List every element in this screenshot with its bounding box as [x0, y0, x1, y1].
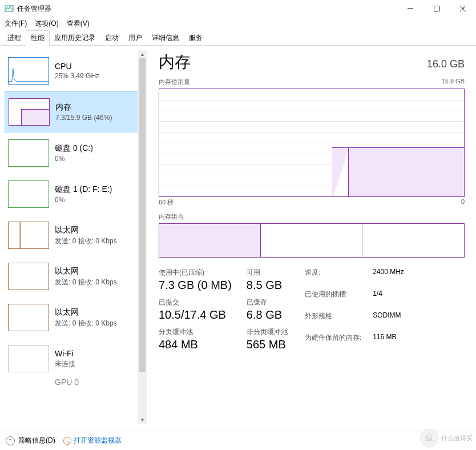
- scroll-down-icon[interactable]: ▼: [138, 416, 147, 424]
- window-controls: [397, 0, 476, 17]
- scroll-thumb[interactable]: [139, 58, 146, 372]
- usage-chart-max: 15.9 GB: [442, 78, 465, 86]
- sidebar-item-cpu[interactable]: CPU 25% 3.49 GHz: [5, 50, 147, 91]
- spec-reserved-key: 为硬件保留的内存:: [305, 333, 361, 351]
- window-title: 任务管理器: [17, 4, 51, 14]
- memory-slot: [363, 224, 464, 257]
- spec-form-val: SODIMM: [373, 311, 404, 330]
- tab-performance[interactable]: 性能: [26, 30, 50, 46]
- resource-monitor-icon: [63, 437, 71, 445]
- sidebar: CPU 25% 3.49 GHz 内存 7.3/15.9 GB (46%) 磁盘…: [0, 46, 147, 428]
- stat-paged-label: 分页缓冲池: [159, 327, 232, 337]
- svg-rect-2: [434, 6, 439, 11]
- stat-in-use-label: 使用中(已压缩): [159, 268, 232, 278]
- chevron-up-icon: ⌃: [6, 436, 15, 445]
- disk-thumb-icon: [8, 180, 49, 208]
- spec-slots-key: 已使用的插槽:: [305, 290, 361, 308]
- spec-speed-key: 速度:: [305, 268, 361, 286]
- spec-reserved-val: 116 MB: [373, 333, 404, 351]
- tab-strip: 进程 性能 应用历史记录 启动 用户 详细信息 服务: [0, 32, 476, 46]
- slots-label: 内存组合: [159, 212, 465, 221]
- sidebar-item-gpu[interactable]: GPU 0: [5, 379, 147, 391]
- ethernet-thumb-icon: [8, 304, 49, 331]
- sidebar-item-disk0[interactable]: 磁盘 0 (C:) 0%: [5, 132, 147, 174]
- sidebar-item-ethernet-0[interactable]: 以太网 发送: 0 接收: 0 Kbps: [5, 215, 147, 256]
- spec-form-key: 外形规格:: [305, 311, 361, 330]
- title-bar: 任务管理器: [0, 0, 476, 17]
- sidebar-item-memory[interactable]: 内存 7.3/15.9 GB (46%): [5, 91, 147, 132]
- menu-options[interactable]: 选项(O): [35, 19, 58, 29]
- gpu-thumb-icon: [8, 379, 49, 385]
- memory-usage-chart[interactable]: [159, 89, 465, 197]
- disk-thumb-icon: [8, 139, 49, 167]
- stat-available-value: 8.5 GB: [247, 279, 288, 292]
- stat-paged-value: 484 MB: [159, 338, 232, 351]
- details-pane: 内存 16.0 GB 内存使用量 15.9 GB 60 秒 0 内存组合: [147, 46, 476, 428]
- tab-details[interactable]: 详细信息: [147, 30, 184, 46]
- sidebar-item-label: 内存: [55, 102, 112, 112]
- sidebar-item-label: 磁盘 0 (C:): [55, 143, 93, 154]
- spec-slots-val: 1/4: [373, 290, 404, 308]
- spec-speed-val: 2400 MHz: [373, 268, 404, 286]
- tab-app-history[interactable]: 应用历史记录: [49, 30, 100, 46]
- footer: ⌃ 简略信息(D) 打开资源监视器: [0, 431, 476, 450]
- menu-bar: 文件(F) 选项(O) 查看(V): [0, 17, 476, 30]
- stat-available-label: 可用: [247, 268, 288, 278]
- app-icon: [5, 4, 14, 13]
- memory-thumb-icon: [9, 98, 50, 126]
- fewer-details-button[interactable]: ⌃ 简略信息(D): [6, 436, 55, 445]
- memory-slots-chart[interactable]: [159, 223, 465, 258]
- maximize-button[interactable]: [423, 0, 450, 17]
- sidebar-item-label: 以太网: [55, 266, 117, 276]
- tab-users[interactable]: 用户: [123, 30, 147, 46]
- sidebar-item-sub: 0%: [55, 196, 112, 204]
- tab-processes[interactable]: 进程: [2, 30, 26, 46]
- main-area: CPU 25% 3.49 GHz 内存 7.3/15.9 GB (46%) 磁盘…: [0, 46, 476, 428]
- sidebar-item-ethernet-1[interactable]: 以太网 发送: 0 接收: 0 Kbps: [5, 256, 147, 297]
- xaxis-left: 60 秒: [159, 198, 174, 207]
- tab-startup[interactable]: 启动: [100, 30, 124, 46]
- usage-chart-label: 内存使用量: [159, 78, 190, 86]
- minimize-button[interactable]: [397, 0, 423, 17]
- sidebar-item-label: 以太网: [55, 225, 117, 235]
- sidebar-item-sub: 25% 3.49 GHz: [55, 72, 99, 80]
- details-title: 内存: [159, 51, 191, 73]
- fewer-details-label: 简略信息(D): [18, 436, 55, 445]
- menu-file[interactable]: 文件(F): [5, 19, 27, 29]
- sidebar-item-ethernet-2[interactable]: 以太网 发送: 0 接收: 0 Kbps: [5, 297, 147, 338]
- sidebar-item-sub: 7.3/15.9 GB (46%): [55, 114, 112, 122]
- xaxis-right: 0: [461, 198, 465, 207]
- sidebar-item-label: 以太网: [55, 307, 117, 318]
- sidebar-item-label: 磁盘 1 (D: F: E:): [55, 184, 112, 195]
- sidebar-item-wifi[interactable]: Wi-Fi 未连接: [5, 338, 147, 379]
- ethernet-thumb-icon: [8, 263, 49, 290]
- sidebar-item-sub: 发送: 0 接收: 0 Kbps: [55, 278, 117, 287]
- sidebar-item-disk1[interactable]: 磁盘 1 (D: F: E:) 0%: [5, 174, 147, 215]
- memory-slot: [261, 224, 362, 257]
- sidebar-scrollbar[interactable]: ▲ ▼: [138, 50, 147, 424]
- sidebar-item-sub: 0%: [55, 155, 93, 163]
- sidebar-item-label: GPU 0: [55, 379, 79, 387]
- stat-committed-value: 10.5/17.4 GB: [159, 308, 232, 322]
- sidebar-item-sub: 发送: 0 接收: 0 Kbps: [55, 319, 117, 328]
- sidebar-item-sub: 未连接: [55, 359, 75, 369]
- sidebar-item-sub: 发送: 0 接收: 0 Kbps: [55, 236, 117, 246]
- stat-cached-value: 6.8 GB: [247, 308, 288, 322]
- cpu-thumb-icon: [8, 57, 49, 85]
- memory-slot: [159, 224, 261, 257]
- close-button[interactable]: [450, 0, 476, 17]
- stat-in-use-value: 7.3 GB (0 MB): [159, 279, 232, 292]
- sidebar-item-label: Wi-Fi: [55, 349, 75, 358]
- sidebar-item-label: CPU: [55, 62, 99, 71]
- ethernet-thumb-icon: [8, 222, 49, 249]
- menu-view[interactable]: 查看(V): [67, 19, 90, 29]
- stats-section: 使用中(已压缩) 7.3 GB (0 MB) 可用 8.5 GB 已提交 10.…: [159, 268, 465, 351]
- stat-cached-label: 已缓存: [247, 298, 288, 307]
- scroll-up-icon[interactable]: ▲: [138, 50, 147, 58]
- stat-nonpaged-label: 非分页缓冲池: [247, 327, 288, 337]
- stat-committed-label: 已提交: [159, 298, 232, 307]
- open-resource-monitor-link[interactable]: 打开资源监视器: [63, 436, 122, 445]
- wifi-thumb-icon: [8, 345, 49, 372]
- resource-monitor-label: 打开资源监视器: [74, 436, 122, 445]
- tab-services[interactable]: 服务: [184, 30, 208, 46]
